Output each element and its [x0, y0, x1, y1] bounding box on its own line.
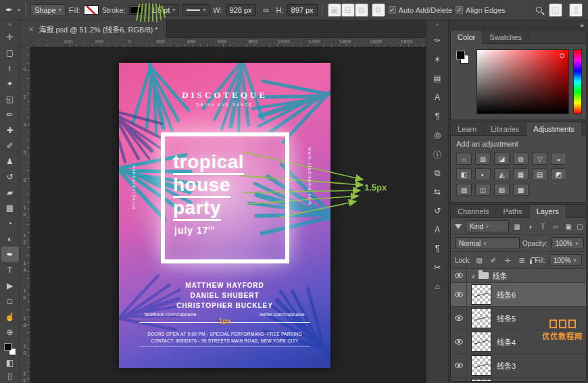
layer-thumbnail[interactable]: [471, 332, 491, 352]
layer-thumbnail[interactable]: [471, 379, 491, 381]
panel-tab[interactable]: Color: [451, 30, 483, 44]
shape-width-input[interactable]: 928 px: [226, 4, 256, 16]
eyedropper-tool[interactable]: ✏: [1, 107, 19, 122]
properties-panel-icon[interactable]: ▤: [430, 71, 445, 86]
panel-tab[interactable]: Learn: [451, 122, 484, 136]
visibility-toggle[interactable]: [451, 330, 467, 353]
path-selection-tool[interactable]: ▶: [1, 278, 19, 293]
hue-slider[interactable]: [573, 49, 582, 114]
stroke-swatch[interactable]: [129, 5, 144, 15]
brush-tool[interactable]: ✐: [1, 138, 19, 153]
vibrance-icon[interactable]: ▽: [532, 153, 547, 165]
zoom-tool[interactable]: ⊕: [1, 324, 19, 340]
color-lookup-icon[interactable]: ▤: [532, 168, 547, 180]
actions-panel-icon[interactable]: ⇆: [430, 184, 445, 199]
threshold-icon[interactable]: ◫: [475, 184, 491, 196]
shape-height-input[interactable]: 897 px: [287, 4, 318, 16]
panel-tab[interactable]: Paths: [496, 205, 529, 218]
black-white-icon[interactable]: ◐: [475, 168, 491, 180]
lock-all-icon[interactable]: [530, 260, 533, 264]
document-tab[interactable]: ✕ 海报.psd @ 51.2% (线条6, RGB/8) *: [20, 20, 167, 38]
brush-settings-panel-icon[interactable]: ✑: [430, 33, 445, 48]
channel-mixer-icon[interactable]: ▦: [513, 168, 529, 180]
stroke-width-input[interactable]: 1.5 pt: [147, 4, 180, 16]
gear-icon[interactable]: ⚙: [372, 3, 385, 17]
brightness-contrast-icon[interactable]: ☼: [456, 153, 472, 165]
layer-thumbnail[interactable]: [471, 284, 491, 305]
character-panel-icon[interactable]: A: [430, 90, 445, 105]
invert-icon[interactable]: ◩: [551, 168, 566, 180]
selective-color-icon[interactable]: ▧: [494, 184, 510, 196]
glyphs-panel-icon[interactable]: ✂: [430, 260, 445, 275]
clone-stamp-tool[interactable]: ♟: [1, 153, 19, 169]
history-brush-tool[interactable]: ↺: [1, 169, 19, 184]
path-alignment-icon[interactable]: ⊟: [341, 3, 355, 17]
visibility-toggle[interactable]: [451, 283, 467, 306]
color-picker-ring[interactable]: [560, 53, 564, 58]
marquee-tool[interactable]: ▢: [1, 45, 19, 60]
blend-mode-select[interactable]: Normal: [455, 237, 520, 249]
foreground-background-swatches[interactable]: [3, 342, 17, 356]
color-balance-icon[interactable]: ◧: [456, 168, 472, 180]
swatches-panel-icon[interactable]: ☀: [430, 52, 445, 67]
smart-object-filter-icon[interactable]: ▣: [563, 221, 574, 232]
shape-layer-filter-icon[interactable]: ▱: [550, 221, 561, 232]
move-tool[interactable]: ✛: [1, 29, 19, 45]
expand-panels-chevron[interactable]: [435, 20, 439, 29]
screen-mode-icon[interactable]: ▯: [1, 369, 19, 383]
visibility-toggle[interactable]: [451, 269, 467, 282]
path-arrange-icon[interactable]: ⧉: [355, 3, 368, 17]
toolbar-collapse-chevron[interactable]: [8, 20, 11, 29]
filter-toggle-icon[interactable]: ▢: [577, 221, 583, 232]
dodge-tool[interactable]: ◐: [1, 231, 19, 247]
crop-tool[interactable]: ◱: [1, 91, 19, 107]
posterize-icon[interactable]: ▨: [456, 184, 472, 196]
quick-mask-icon[interactable]: ◧: [1, 356, 19, 369]
quick-selection-tool[interactable]: ✦: [1, 76, 19, 91]
fill-swatch[interactable]: [84, 5, 99, 15]
workspace-switcher-icon[interactable]: ◫: [549, 3, 562, 17]
visibility-toggle[interactable]: [451, 378, 467, 381]
path-operations-icon[interactable]: ▣: [328, 3, 341, 17]
close-tab-icon[interactable]: ✕: [28, 26, 34, 33]
link-dimensions-icon[interactable]: ∞: [260, 3, 273, 17]
tool-mode-select[interactable]: Shape: [30, 4, 66, 16]
fill-select[interactable]: 100%: [549, 254, 582, 266]
hue-saturation-icon[interactable]: ◒: [551, 153, 566, 165]
levels-icon[interactable]: ▥: [475, 153, 491, 165]
clone-source-panel-icon[interactable]: ◎: [430, 128, 445, 143]
foreground-color-swatch[interactable]: [456, 51, 465, 59]
type-tool[interactable]: T: [1, 262, 19, 278]
history-panel-icon[interactable]: ↺: [430, 203, 445, 218]
lock-move-icon[interactable]: ✛: [502, 255, 513, 265]
adjustment-layer-filter-icon[interactable]: ◑: [524, 221, 535, 232]
layer-row[interactable]: 线条6: [451, 283, 586, 307]
photo-filter-icon[interactable]: ◭: [494, 168, 510, 180]
type-layer-filter-icon[interactable]: T: [537, 221, 548, 232]
pixel-layer-filter-icon[interactable]: ▦: [512, 221, 522, 232]
layer-group-row[interactable]: 线条: [451, 269, 586, 283]
exposure-icon[interactable]: ◍: [513, 153, 529, 165]
tool-preset-picker[interactable]: ✒: [5, 5, 20, 15]
gradient-map-icon[interactable]: ▩: [513, 184, 529, 196]
blur-tool[interactable]: ◔: [1, 215, 19, 231]
layer-thumbnail[interactable]: [471, 355, 491, 376]
lock-transparent-icon[interactable]: ▨: [474, 255, 485, 265]
curves-icon[interactable]: ◪: [494, 153, 510, 165]
align-edges-checkbox[interactable]: ✓ Align Edges: [456, 6, 506, 14]
panel-tab[interactable]: Channels: [451, 205, 496, 218]
healing-brush-tool[interactable]: ✚: [1, 122, 19, 138]
panel-tab[interactable]: Libraries: [484, 122, 526, 136]
layer-thumbnail[interactable]: [471, 308, 491, 328]
layer-row[interactable]: 线条3: [451, 354, 586, 378]
character-styles-panel-icon[interactable]: A: [430, 222, 445, 237]
saturation-brightness-field[interactable]: [476, 49, 569, 114]
panel-tab[interactable]: Layers: [530, 205, 566, 218]
layer-comps-panel-icon[interactable]: ⧉: [430, 165, 445, 180]
panel-tab[interactable]: Swatches: [483, 30, 529, 44]
eraser-tool[interactable]: ▰: [1, 184, 19, 200]
canvas[interactable]: DISCOTEQUE DRINK AND DANCE tropical hous…: [30, 47, 426, 383]
auto-add-delete-checkbox[interactable]: ✓ Auto Add/Delete: [389, 6, 453, 14]
libraries-panel-icon[interactable]: ⌂: [430, 279, 445, 294]
foreground-color-swatch[interactable]: [4, 343, 11, 351]
